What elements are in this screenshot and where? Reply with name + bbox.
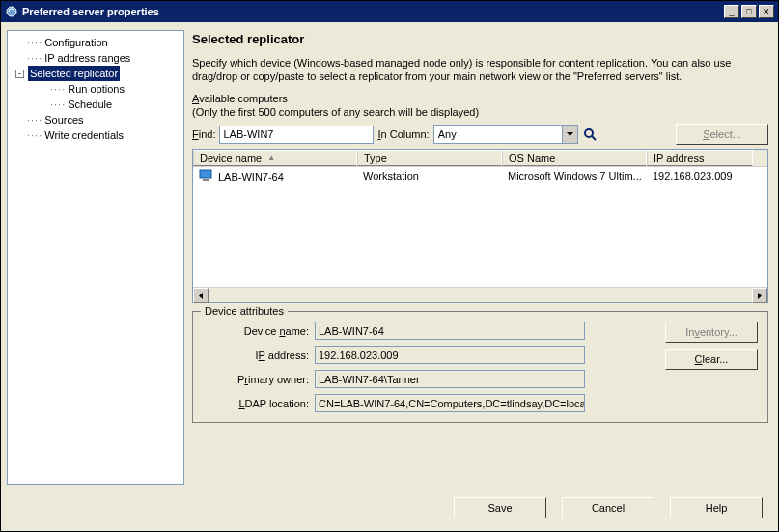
- page-description: Specify which device (Windows-based mana…: [192, 56, 768, 83]
- cell-device-name: LAB-WIN7-64: [218, 171, 284, 182]
- device-attributes-group: Device attributes Device name: LAB-WIN7-…: [192, 311, 768, 423]
- primary-owner-field: LAB-WIN7-64\Tanner: [315, 370, 585, 388]
- tree-item-sources[interactable]: ····Sources: [10, 112, 181, 127]
- help-button[interactable]: Help: [670, 497, 763, 518]
- column-header-ip-address[interactable]: IP address: [647, 150, 753, 166]
- ldap-location-field: CN=LAB-WIN7-64,CN=Computers,DC=tlindsay,…: [315, 394, 585, 412]
- svg-line-2: [592, 136, 596, 140]
- scroll-track[interactable]: [209, 288, 752, 302]
- preferred-server-window: Preferred server properties _ □ ✕ ····Co…: [0, 0, 779, 532]
- nav-tree[interactable]: ····Configuration····IP address ranges-S…: [7, 30, 184, 485]
- tree-item-ip-address-ranges[interactable]: ····IP address ranges: [10, 50, 181, 66]
- tree-item-write-credentials[interactable]: ····Write credentials: [10, 127, 181, 143]
- ip-address-field: 192.168.023.009: [315, 346, 585, 364]
- tree-item-label: Schedule: [68, 97, 112, 112]
- tree-item-label: Write credentials: [44, 127, 124, 143]
- cancel-button[interactable]: Cancel: [562, 497, 654, 518]
- tree-item-schedule[interactable]: ····Schedule: [10, 97, 181, 112]
- tree-item-selected-replicator[interactable]: -Selected replicator: [10, 66, 181, 81]
- tree-item-configuration[interactable]: ····Configuration: [10, 35, 181, 50]
- find-row: Find: In Column: Any Select...: [192, 124, 768, 145]
- tree-toggle-icon[interactable]: -: [15, 70, 24, 78]
- in-column-value: Any: [434, 128, 562, 140]
- monitor-icon: [199, 169, 214, 181]
- content-pane: Selected replicator Specify which device…: [192, 30, 768, 485]
- tree-item-label: Run options: [68, 81, 125, 97]
- close-button[interactable]: ✕: [759, 5, 774, 18]
- ip-address-label: IP address:: [203, 350, 309, 361]
- list-body: LAB-WIN7-64WorkstationMicrosoft Windows …: [193, 167, 767, 287]
- svg-rect-4: [203, 179, 209, 181]
- in-column-combo[interactable]: Any: [433, 125, 578, 144]
- device-name-field: LAB-WIN7-64: [315, 322, 585, 340]
- available-computers-sublabel: (Only the first 500 computers of any sea…: [192, 106, 768, 118]
- maximize-button[interactable]: □: [741, 5, 757, 18]
- scroll-left-button[interactable]: [193, 288, 209, 303]
- page-heading: Selected replicator: [192, 32, 768, 46]
- svg-rect-3: [200, 170, 211, 178]
- computers-list[interactable]: Device name▲TypeOS NameIP address LAB-WI…: [192, 149, 768, 303]
- column-header-type[interactable]: Type: [357, 150, 502, 166]
- clear-button[interactable]: Clear...: [665, 349, 758, 370]
- titlebar[interactable]: Preferred server properties _ □ ✕: [1, 1, 778, 22]
- table-row[interactable]: LAB-WIN7-64WorkstationMicrosoft Windows …: [193, 167, 767, 184]
- tree-item-run-options[interactable]: ····Run options: [10, 81, 181, 97]
- cell-type: Workstation: [357, 168, 502, 183]
- device-name-label: Device name:: [203, 325, 309, 337]
- column-header-os-name[interactable]: OS Name: [502, 150, 647, 166]
- tree-item-label: Configuration: [44, 35, 107, 50]
- tree-item-label: Selected replicator: [28, 66, 120, 81]
- find-input[interactable]: [219, 126, 374, 144]
- device-attributes-legend: Device attributes: [201, 305, 288, 317]
- column-header-device-name[interactable]: Device name▲: [193, 150, 357, 166]
- cell-ip: 192.168.023.009: [647, 168, 753, 183]
- column-headers[interactable]: Device name▲TypeOS NameIP address: [193, 150, 767, 167]
- app-icon: [5, 5, 18, 18]
- window-title: Preferred server properties: [22, 6, 722, 17]
- cell-os: Microsoft Windows 7 Ultim...: [502, 168, 647, 183]
- scroll-right-button[interactable]: [752, 288, 767, 303]
- sort-asc-icon: ▲: [267, 154, 275, 162]
- ldap-location-label: LDAP location:: [203, 398, 309, 409]
- tree-item-label: Sources: [44, 112, 83, 127]
- find-label: Find:: [192, 128, 215, 140]
- select-button[interactable]: Select...: [676, 124, 768, 145]
- in-column-label: In Column:: [377, 128, 429, 140]
- primary-owner-label: Primary owner:: [203, 374, 309, 385]
- tree-item-label: IP address ranges: [44, 50, 130, 66]
- dialog-footer: Save Cancel Help: [1, 492, 778, 531]
- svg-point-1: [585, 129, 593, 137]
- chevron-down-icon[interactable]: [562, 126, 577, 143]
- inventory-button[interactable]: Inventory...: [665, 322, 758, 343]
- available-computers-label: Available computers: [192, 93, 768, 104]
- search-icon[interactable]: [582, 126, 599, 142]
- minimize-button[interactable]: _: [724, 5, 739, 18]
- horizontal-scrollbar[interactable]: [193, 287, 767, 302]
- save-button[interactable]: Save: [454, 497, 546, 518]
